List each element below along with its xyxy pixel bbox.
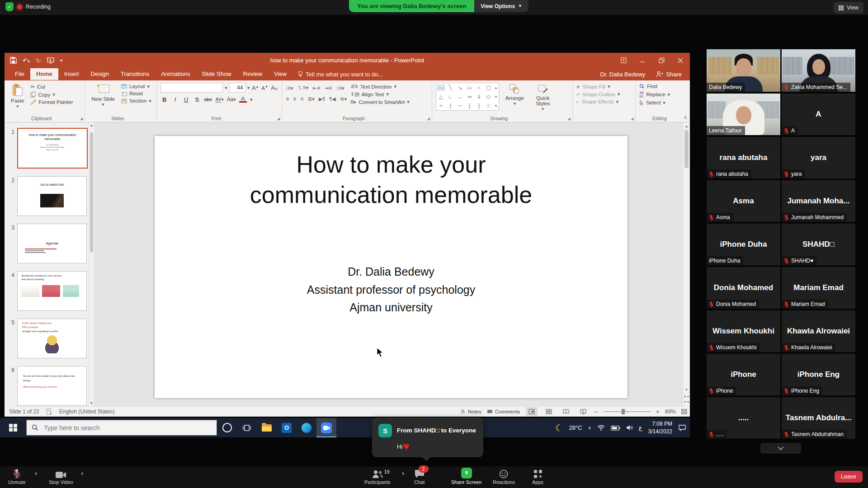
underline-button[interactable]: U [182,96,190,103]
slideshow-view-button[interactable] [577,407,589,416]
font-name-combo[interactable] [160,83,223,93]
next-slide-button[interactable]: ▼▼ [684,400,690,404]
reset-button[interactable]: Reset [121,91,151,96]
slide-title[interactable]: How to make your communication memorable [228,150,554,210]
shape-option[interactable]: ╲ [449,84,452,91]
shape-option[interactable]: ⇓ [476,94,481,100]
convert-smartart-button[interactable]: ⧉▸Convert to SmartArt▾ [350,99,410,105]
shapes-gallery[interactable]: A≡ ╲ ↘ ▭ ○ ▢ ▲ △ ∟ → ⇒ ⇓ ◇ ▼ ≈ ) ~ [436,83,499,111]
participant-tile-mariam[interactable]: Mariam Emad Mariam Emad [782,267,855,309]
shape-option[interactable]: ○ [477,84,481,91]
redo-icon[interactable]: ↻ [36,57,41,64]
customize-qat-icon[interactable]: ▾ [60,58,62,63]
tab-slideshow[interactable]: Slide Show [196,68,237,80]
tab-view[interactable]: View [268,68,292,80]
numbering-button[interactable]: ⒈≡▾ [297,84,309,92]
participant-tile-dots[interactable]: ..... ..... [707,397,780,439]
participant-tile-jumanah[interactable]: Jumanah Moha... Jumanah Mohammed [782,180,855,222]
participant-tile-asma[interactable]: Asma Asma [707,180,780,222]
rtl-button[interactable]: ¶◀ [329,96,335,102]
thumbnail-slide-1[interactable]: 1 How to make your communication memorab… [8,128,94,169]
paste-button[interactable]: Paste▾ [8,83,27,109]
italic-button[interactable]: I [171,96,179,103]
cut-button[interactable]: ✂Cut [30,84,73,90]
leave-button[interactable]: Leave [835,471,863,483]
participant-tile-zakia[interactable]: Zakia Mohammed Se... [782,49,855,92]
thumbnail-scrollbar[interactable]: ▲ ▼ [89,122,94,406]
zoom-out-button[interactable]: − [594,408,598,415]
shape-fill-button[interactable]: ◈Shape Fill▾ [576,84,620,89]
shape-option[interactable]: ∟ [448,94,453,100]
section-button[interactable]: Section▾ [121,98,151,103]
shape-option[interactable]: ↘ [458,84,462,91]
share-button[interactable]: Share [651,70,686,79]
share-screen-button[interactable]: Share Screen [451,469,481,485]
change-case-button[interactable]: Aa▾ [227,96,236,103]
fit-to-window-icon[interactable] [681,409,687,414]
tab-animations[interactable]: Animations [155,68,196,80]
clipboard-dialog-launcher[interactable]: ◢ [80,117,83,121]
shape-option[interactable]: ~ [458,103,462,109]
bullets-button[interactable]: ⁝≡▾ [286,85,293,91]
taskbar-search[interactable] [26,420,217,436]
font-color-dropdown[interactable]: ▾ [250,97,253,102]
select-button[interactable]: Select▾ [639,100,670,105]
hidden-icons-chevron[interactable]: ∧ [588,425,591,430]
replace-button[interactable]: abacReplace▾ [639,91,670,98]
video-options-caret[interactable]: ∧ [80,471,84,476]
gallery-collapse-button[interactable] [760,443,801,454]
columns-button[interactable]: ≋▾ [340,96,347,102]
start-button[interactable] [0,418,26,437]
language-indicator[interactable]: English (United States) [59,408,115,415]
find-button[interactable]: Find [639,84,670,89]
participant-tile-yara[interactable]: yara yara [782,137,855,178]
shapes-scroll-down[interactable]: ▼ [494,95,498,99]
comments-button[interactable]: Comments [487,409,520,414]
shapes-scroll-up[interactable]: ▲ [494,86,498,90]
previous-slide-button[interactable]: ▲▲ [684,394,690,398]
tab-insert[interactable]: Insert [58,68,85,80]
view-options-button[interactable]: View Options▼ [474,0,528,12]
shape-option[interactable]: } [478,103,480,109]
font-size-dropdown[interactable]: ▾ [247,85,250,90]
bold-button[interactable]: B [160,96,168,103]
font-color-button[interactable]: A [239,96,247,103]
zoom-slider[interactable] [604,411,651,412]
wifi-icon[interactable] [597,425,605,431]
shape-option[interactable]: ▢ [486,84,491,91]
temperature[interactable]: 28°C [569,424,582,431]
strikethrough-button[interactable]: abe [204,97,212,102]
clear-formatting-button[interactable]: A◆ [270,84,278,91]
shapes-more[interactable]: ▼̲ [494,104,498,108]
paragraph-dialog-launcher[interactable]: ◢ [427,117,430,121]
participant-tile-iphone-duha[interactable]: iPhone Duha iPhone Duha [707,224,780,265]
restore-button[interactable] [652,53,671,68]
edge-button[interactable] [297,418,316,437]
outlook-button[interactable]: O [277,418,297,437]
taskbar-search-input[interactable] [43,424,189,432]
increase-indent-button[interactable]: ⇥≡ [324,85,332,91]
decrease-indent-button[interactable]: ⇤≡ [312,85,320,91]
start-slideshow-icon[interactable] [47,57,54,64]
action-center-icon[interactable] [678,424,686,432]
line-spacing-button[interactable]: ↕≡▾ [336,85,344,91]
shape-option[interactable]: △ [439,94,443,100]
shape-option[interactable]: ☆ [486,103,491,109]
thumbnail-slide-2[interactable]: 2 Let us watch this [8,176,94,216]
save-icon[interactable] [10,57,17,64]
shape-option[interactable]: ◇ [486,94,491,100]
font-name-dropdown[interactable]: ▾ [225,85,227,90]
tab-transitions[interactable]: Transitions [115,68,155,80]
reactions-button[interactable]: Reactions [493,469,515,485]
tell-me-box[interactable]: Tell me what you want to do... [292,71,388,78]
ltr-button[interactable]: ▶¶ [319,96,325,102]
participant-tile-iphone-eng[interactable]: iPhone Eng iPhone Eng [782,354,855,395]
spellcheck-icon[interactable] [47,408,52,415]
current-slide[interactable]: How to make your communication memorable… [155,136,627,398]
shape-option[interactable]: A≡ [438,85,444,90]
normal-view-button[interactable] [526,407,538,416]
file-explorer-button[interactable] [257,418,277,437]
speaker-icon[interactable] [626,425,633,431]
tab-home[interactable]: Home [30,68,58,80]
participant-tile-dalia[interactable]: Dalia Bedewy [707,49,780,92]
